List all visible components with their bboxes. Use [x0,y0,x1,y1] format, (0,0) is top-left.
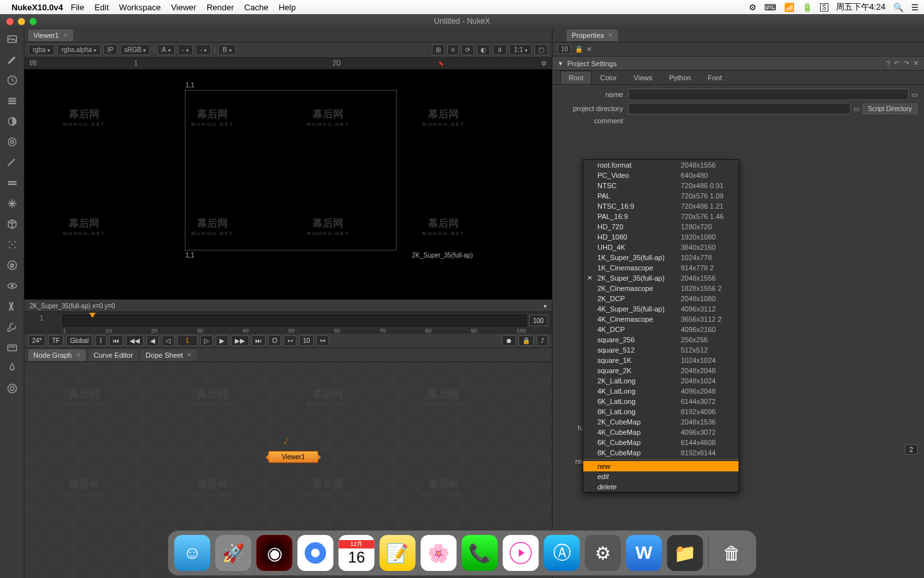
in-button[interactable]: I [95,335,107,346]
step-fwd-button[interactable]: ▷ [200,335,213,346]
format-item[interactable]: 2K_CubeMap2048x1536 [583,417,739,427]
tool-time-icon[interactable] [6,74,18,86]
projdir-field[interactable] [628,103,851,114]
viewer-node[interactable]: Viewer1 [268,451,318,463]
tool-image-icon[interactable] [6,33,18,45]
wipe-a[interactable]: A [157,44,175,55]
tool-draw-icon[interactable] [6,54,18,66]
lock-icon[interactable]: 🔒 [518,335,534,346]
tool-3d-icon[interactable] [6,218,18,230]
format-item[interactable]: 2K_DCP2048x1080 [583,293,739,304]
tool-transform-icon[interactable] [6,198,18,209]
tab-python[interactable]: Python [661,71,699,84]
tool-keyer-icon[interactable] [6,157,18,168]
frame-input[interactable] [177,335,198,346]
launchpad-icon[interactable]: 🚀 [216,535,252,571]
menu-render[interactable]: Render [207,3,234,12]
tab-root[interactable]: Root [560,71,592,84]
tool-merge-icon[interactable] [6,177,18,189]
format-item[interactable]: HD_7201280x720 [583,222,739,232]
maximize-button[interactable] [30,18,37,25]
status-kext-icon[interactable]: ⚙ [749,3,757,12]
folder-icon[interactable]: ▭ [853,105,860,113]
help-icon[interactable]: ? [886,60,890,67]
undo-icon[interactable]: ↶ [894,59,900,67]
menu-file[interactable]: File [71,3,84,12]
record-button[interactable]: ⏺ [502,335,516,346]
redo-icon[interactable]: ↷ [903,59,909,67]
loop-back-button[interactable]: ↤ [284,335,296,346]
wipe-dash2[interactable]: - [196,44,211,55]
prev-key-button[interactable]: ◀◀ [126,335,144,346]
tab-views[interactable]: Views [626,71,661,84]
channel-select[interactable]: rgba [28,44,55,55]
timeline-end[interactable]: 100 [529,315,548,326]
status-battery-icon[interactable]: 🔋 [802,3,812,12]
tab-properties[interactable]: Properties✕ [567,30,618,41]
format-item[interactable]: 4K_CubeMap4096x3072 [583,427,739,437]
tab-font[interactable]: Font [699,71,730,84]
status-dropdown-icon[interactable]: ▾ [543,302,547,310]
wipe-b[interactable]: B [218,44,236,55]
tab-dopesheet[interactable]: Dope Sheet✕ [141,349,197,361]
tool-filter-icon[interactable] [6,136,18,148]
fps-select[interactable]: 24* [28,335,46,346]
tool-toolsets-icon[interactable] [6,321,18,333]
tab-color[interactable]: Color [592,71,625,84]
proxy-value[interactable]: 2 [905,444,918,455]
app-name[interactable]: NukeX10.0v4 [12,3,63,12]
last-frame-button[interactable]: ⏭ [252,335,266,346]
grid-icon[interactable]: ≡ [447,44,459,55]
format-item[interactable]: root.format2048x1556 [583,160,739,170]
format-item[interactable]: NTSC_16:9720x486 1.21 [583,201,739,211]
playhead[interactable] [89,313,96,318]
tool-color-icon[interactable] [6,116,18,127]
clear-icon[interactable]: ✕ [586,46,592,53]
appstore-icon[interactable]: Ⓐ [544,535,580,571]
tab-viewer1[interactable]: Viewer1✕ [28,30,73,41]
format-item[interactable]: square_256256x256 [583,335,739,345]
format-item[interactable]: 4K_Cinemascope3656x3112 2 [583,314,739,324]
tool-channel-icon[interactable] [6,95,18,107]
format-item[interactable]: 2K_LatLong2048x1024 [583,376,739,386]
trash-icon[interactable]: 🗑 [714,535,750,571]
clip-icon[interactable]: ⊞ [432,44,445,55]
menu-workspace[interactable]: Workspace [119,3,161,12]
format-item[interactable]: HD_10801920x1080 [583,232,739,242]
play-back-button[interactable]: ◀ [146,335,159,346]
export-icon[interactable]: ⤴ [536,335,548,346]
range-select[interactable]: Global [66,335,92,346]
refresh-icon[interactable]: ⟳ [461,44,474,55]
panel-header[interactable]: ▼ Project Settings ? ↶ ↷ ✕ [552,57,924,71]
lock-icon[interactable]: 🔒 [575,46,583,53]
spotlight-icon[interactable]: 🔍 [893,3,903,12]
format-item[interactable]: PAL_16:9720x576 1.46 [583,211,739,222]
alpha-select[interactable]: rgba.alpha [57,44,101,55]
lut-select[interactable]: sRGB [120,44,151,55]
folder-icon[interactable]: 📁 [667,535,703,571]
picker-icon[interactable]: ▭ [911,91,918,99]
notes-icon[interactable]: 📝 [380,535,416,571]
format-item[interactable]: 8K_CubeMap8192x6144 [583,448,739,458]
format-item[interactable]: 4K_LatLong4096x2048 [583,386,739,396]
tool-all-icon[interactable] [6,383,18,394]
close-button[interactable] [6,18,13,25]
menu-cache[interactable]: Cache [244,3,269,12]
finder-icon[interactable]: ☺ [175,535,210,571]
chrome-icon[interactable] [298,535,334,571]
format-item[interactable]: 1K_Super_35(full-ap)1024x778 [583,252,739,263]
format-edit[interactable]: edit [583,471,739,482]
tab-curveeditor[interactable]: Curve Editor [89,349,138,361]
play-fwd-button[interactable]: ▶ [216,335,228,346]
tool-furnace-icon[interactable] [6,362,18,374]
tool-metadata-icon[interactable] [6,301,18,312]
viewport[interactable]: 1,1 1,1 2K_Super_35(full-ap) 幕后网MUHOU.NE… [24,69,552,299]
step-back-button[interactable]: ◁ [162,335,175,346]
minimize-button[interactable] [18,18,25,25]
format-dropdown[interactable]: root.format2048x1556PC_Video640x480NTSC7… [583,159,739,493]
close-panel-icon[interactable]: ✕ [913,59,919,67]
calendar-icon[interactable]: 12月16 [339,535,375,571]
format-item[interactable]: 2K_Super_35(full-ap)2048x1556 [583,273,739,283]
format-item[interactable]: 1K_Cinemascope914x778 2 [583,263,739,273]
format-new[interactable]: new [583,461,739,471]
